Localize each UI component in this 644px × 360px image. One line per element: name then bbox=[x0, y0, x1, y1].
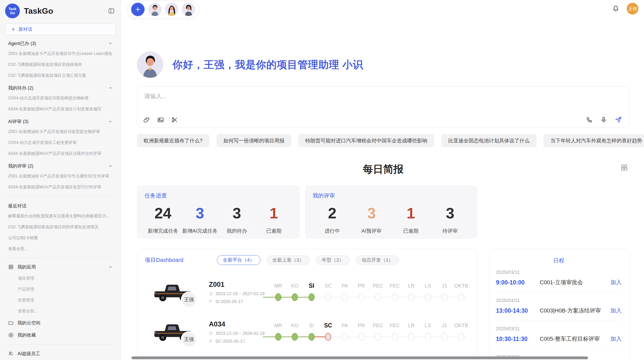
voice-call-icon[interactable] bbox=[586, 116, 593, 123]
sidebar-list-item[interactable]: Z001-全新燃油轻卡产品开发项目SI节点属性5D文件评审 bbox=[3, 171, 118, 182]
milestone-dot bbox=[442, 293, 448, 301]
collapse-sidebar-icon[interactable] bbox=[108, 8, 115, 14]
milestone-track: MRKOSISCPAPRPECFECLRLSJ1OKTB bbox=[270, 322, 470, 342]
dashboard-filter-pill[interactable]: 全新上装（3） bbox=[267, 255, 310, 265]
sidebar-app-subitem[interactable]: 产品管理 bbox=[3, 284, 118, 295]
stat-label: AI预评审 bbox=[352, 228, 391, 234]
project-code: Z001 bbox=[209, 281, 270, 289]
my-apps-label: 我的应用 bbox=[18, 264, 36, 270]
event-date: 2025/03/11 bbox=[496, 326, 622, 332]
milestone-label: J1 bbox=[436, 322, 453, 329]
briefing-stat-card: 任务进度 24 新增完成任务 3 新增AI完成任务 3 我的待办 1 已逾期 bbox=[137, 185, 300, 239]
suggestion-chips: 欧洲新规最近颁布了什么?如何写一份清晰的项目周报特朗普可能对进口汽车增税会对中国… bbox=[137, 134, 630, 147]
assistant-avatar bbox=[137, 51, 163, 78]
milestone-label: SC bbox=[320, 282, 336, 290]
recent-chats-label: 最近对话 bbox=[8, 203, 26, 209]
dashboard-filter-pill[interactable]: 动总开发（1） bbox=[356, 255, 399, 265]
briefing-layout-icon[interactable] bbox=[620, 164, 628, 171]
sidebar-app-subitem[interactable]: 项目管理 bbox=[3, 273, 118, 284]
milestone-dot bbox=[342, 333, 348, 341]
sidebar-list-item[interactable]: A034-全新新能源MUV产品开发项目法规符合性评审 bbox=[3, 148, 118, 159]
project-row[interactable]: 王强 A034 2023-12-19 ~ 2026-01-19 SC-2025-… bbox=[145, 315, 470, 349]
project-dates: 2023-12-19 ~ 2026-01-19 bbox=[215, 331, 265, 336]
stat: 3 我的待办 bbox=[218, 205, 255, 234]
event-time: 10:30-11:30 bbox=[496, 336, 540, 342]
project-dates: 2023-12-19 ~ 2027-01-19 bbox=[215, 291, 265, 296]
milestone-label: KO bbox=[286, 322, 303, 329]
event-time: 9:00-10:00 bbox=[496, 279, 540, 286]
send-icon[interactable] bbox=[615, 116, 622, 123]
microphone-icon[interactable] bbox=[600, 116, 607, 123]
milestone-label: OKTB bbox=[453, 282, 470, 290]
chat-input[interactable] bbox=[142, 90, 575, 111]
sidebar-app-subitem[interactable]: 查看全部... bbox=[3, 306, 118, 317]
dashboard-title: 项目Dashboard bbox=[145, 256, 217, 264]
sidebar-list-item[interactable]: C02-飞腾新能源轻客改款项目立项汇报方案 bbox=[3, 70, 118, 81]
briefing-cards: 任务进度 24 新增完成任务 3 新增AI完成任务 3 我的待办 1 已逾期 我… bbox=[137, 185, 630, 239]
apps-grid-icon bbox=[8, 264, 14, 270]
sidebar-list-item[interactable]: C0X4-动力总成开发项目工程变更评审 bbox=[3, 137, 118, 148]
milestone-label: KO bbox=[286, 282, 303, 290]
app-logo: Task Go bbox=[5, 4, 20, 18]
chevron-up-icon[interactable] bbox=[108, 41, 113, 46]
milestone-dot bbox=[275, 293, 281, 301]
suggestion-chip[interactable]: 如何写一份清晰的项目周报 bbox=[216, 134, 291, 147]
plus-icon bbox=[11, 27, 16, 32]
milestone-dot bbox=[358, 333, 364, 341]
image-upload-icon[interactable] bbox=[157, 116, 164, 123]
sidebar-list-item[interactable]: 公司Q3轻卡销量 bbox=[3, 233, 118, 244]
chat-composer bbox=[137, 86, 630, 128]
sidebar-section-heading[interactable]: Agent已办 (3) bbox=[3, 37, 118, 48]
clock-icon bbox=[209, 292, 213, 296]
milestone-label: PEC bbox=[370, 322, 386, 329]
milestone-dot bbox=[425, 293, 431, 301]
chevron-up-icon[interactable] bbox=[108, 265, 113, 269]
join-event-link[interactable]: 加入 bbox=[610, 307, 622, 314]
sidebar-item-cloud-space[interactable]: 我的云空间 bbox=[3, 317, 118, 329]
milestone-label: MR bbox=[270, 282, 286, 290]
milestone-label: LS bbox=[420, 322, 436, 329]
sidebar-list-item[interactable]: Z001-全新燃油轻卡产品开发项目SI造型提交物评审 bbox=[3, 126, 118, 137]
sidebar-list-item[interactable]: Z001-全新燃油皮卡产品开发项目SI节点Lesson Learn报告 bbox=[3, 48, 118, 59]
suggestion-chip[interactable]: 比亚迪全固态电池计划具体说了什么 bbox=[441, 134, 536, 147]
sidebar-list-item[interactable]: C02-飞腾新能源轻客改款项目里程碑画布 bbox=[3, 59, 118, 70]
join-event-link[interactable]: 加入 bbox=[610, 279, 622, 286]
scissors-icon[interactable] bbox=[171, 116, 178, 123]
stat-label: 待评审 bbox=[431, 228, 470, 234]
sidebar-item-ai-super-staff[interactable]: AI超级员工 bbox=[3, 348, 118, 360]
horizontal-scrollbar[interactable] bbox=[131, 356, 588, 359]
sidebar-list-item[interactable]: C0X4-动力总成开发项目SI里程碑提交物检查 bbox=[3, 93, 118, 104]
project-rows: 王强 Z001 2023-12-19 ~ 2027-01-19 SI-2025-… bbox=[145, 276, 470, 349]
dashboard-filter-pill[interactable]: 年型（2） bbox=[316, 255, 350, 265]
schedule-title: 日程 bbox=[496, 257, 622, 264]
sidebar-list-item[interactable]: A034-全新新能源MUV产品开发项目计划变更表编写 bbox=[3, 104, 118, 115]
suggestion-chip[interactable]: 特朗普可能对进口汽车增税会对中国车企造成哪些影响 bbox=[298, 134, 434, 147]
suggestion-chip[interactable]: 当下年轻人对汽车外观有怎样的喜好趋势 bbox=[544, 134, 644, 147]
milestone-dot bbox=[392, 293, 398, 301]
recent-view-all[interactable]: 查看全部... bbox=[3, 244, 118, 254]
sidebar-list-item[interactable]: A034-全新新能源MUV产品开发项目造型可行性评审 bbox=[3, 182, 118, 193]
sidebar-item-favorites[interactable]: 我的收藏 bbox=[3, 329, 118, 341]
sidebar-section-heading[interactable]: 我的待办 (2) bbox=[3, 81, 118, 93]
chevron-up-icon[interactable] bbox=[108, 86, 113, 90]
join-event-link[interactable]: 加入 bbox=[610, 335, 622, 343]
suggestion-chip[interactable]: 欧洲新规最近颁布了什么? bbox=[137, 134, 209, 147]
stat: 3 待评审 bbox=[431, 205, 470, 234]
new-chat-button[interactable]: 新对话 bbox=[5, 23, 116, 35]
sidebar-app-subitem[interactable]: 变更管理 bbox=[3, 295, 118, 306]
section-label: AI评审 (3) bbox=[8, 118, 28, 125]
attachment-icon[interactable] bbox=[143, 116, 150, 123]
stat-value: 3 bbox=[431, 205, 470, 221]
sidebar-item-my-apps[interactable]: 我的应用 bbox=[3, 261, 118, 273]
divider bbox=[5, 344, 116, 344]
project-row[interactable]: 王强 Z001 2023-12-19 ~ 2027-01-19 SI-2025-… bbox=[145, 276, 470, 309]
sidebar-list-item[interactable]: 解释最新出台的欧盟报废车法规再生塑料比例被调至15%... bbox=[3, 211, 118, 222]
dashboard-filter-pill[interactable]: 全新平台（4） bbox=[217, 255, 260, 265]
sidebar-section-heading[interactable]: 我的评审 (2) bbox=[3, 159, 118, 171]
chevron-up-icon[interactable] bbox=[108, 119, 113, 124]
chevron-up-icon[interactable] bbox=[108, 164, 113, 168]
event-date: 2025/03/11 bbox=[496, 269, 622, 275]
event-time: 13:00-14:30 bbox=[496, 307, 540, 314]
sidebar-section-heading[interactable]: AI评审 (3) bbox=[3, 115, 118, 126]
sidebar-list-item[interactable]: C02-飞腾新能源轻客改款项目的闭环通告反馈情况 bbox=[3, 222, 118, 233]
